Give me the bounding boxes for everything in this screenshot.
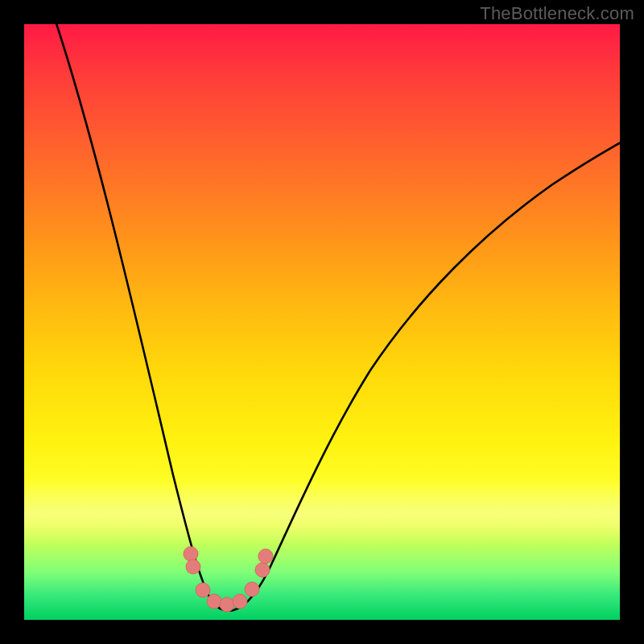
- outer-frame: TheBottleneck.com: [0, 0, 644, 644]
- marker-point: [220, 597, 234, 612]
- marker-point: [207, 594, 221, 609]
- bottleneck-curve: [54, 16, 624, 611]
- marker-point: [196, 583, 210, 597]
- marker-point: [233, 594, 247, 609]
- watermark-text: TheBottleneck.com: [480, 3, 634, 24]
- marker-point: [186, 559, 200, 574]
- marker-point: [255, 563, 270, 577]
- marker-point: [258, 549, 273, 564]
- marker-point: [245, 582, 259, 597]
- marker-point: [184, 547, 198, 561]
- chart-svg: [24, 24, 620, 620]
- marker-group: [184, 547, 273, 612]
